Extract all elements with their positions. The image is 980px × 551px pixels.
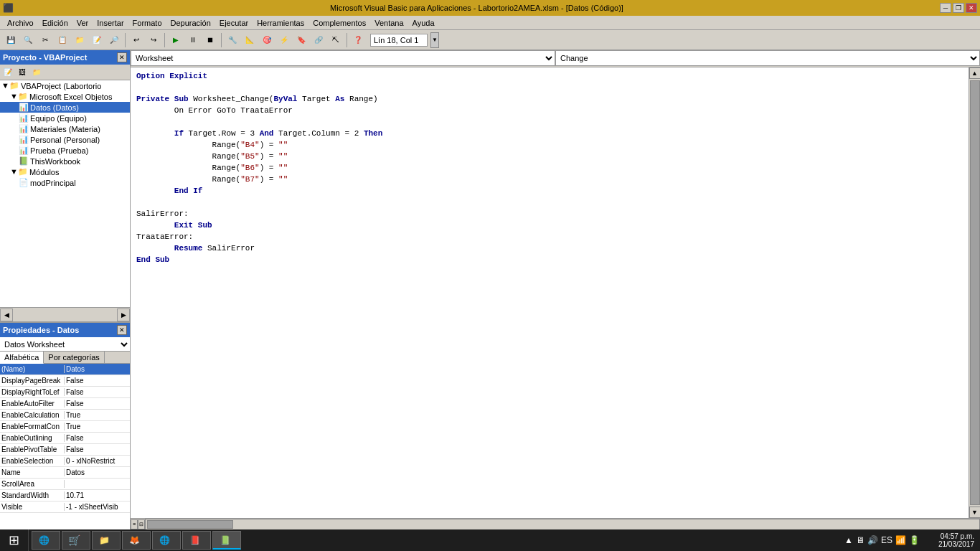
nav-forward[interactable]: ▶ <box>117 309 130 321</box>
menu-herramientas[interactable]: Herramientas <box>253 17 308 29</box>
minimize-button[interactable]: ─ <box>940 3 951 13</box>
tray-up-icon[interactable]: ▲ <box>844 535 853 545</box>
toolbar-stop[interactable]: ⏹ <box>202 32 218 48</box>
menu-ayuda[interactable]: Ayuda <box>408 17 439 29</box>
toolbar-btn9[interactable]: 📐 <box>242 32 258 48</box>
taskbar-excel[interactable]: 📗 <box>212 531 241 550</box>
props-row-12[interactable]: Visible-1 - xlSheetVisib <box>0 501 130 513</box>
tree-item-6[interactable]: 📊Prueba (Prueba) <box>0 145 130 156</box>
taskbar-explorer[interactable]: 📁 <box>92 531 121 550</box>
toolbar-scrollbar[interactable]: ▼ <box>430 32 439 48</box>
prop-name-12: Visible <box>0 503 65 511</box>
taskbar-firefox[interactable]: 🦊 <box>122 531 151 550</box>
proc-dropdown[interactable]: Change <box>555 50 980 66</box>
toolbar-sep1 <box>125 33 126 47</box>
taskbar-clock[interactable]: 04:57 p.m. 21/03/2017 <box>923 532 980 548</box>
tray-battery-icon[interactable]: 🔋 <box>909 535 920 545</box>
props-row-0[interactable]: (Name)Datos <box>0 364 130 375</box>
view-code-btn[interactable]: 📝 <box>1 66 14 79</box>
props-row-1[interactable]: DisplayPageBreakFalse <box>0 375 130 387</box>
scroll-up[interactable]: ▲ <box>969 67 981 79</box>
toolbar-save-btn[interactable]: 💾 <box>3 32 19 48</box>
tray-lang-icon[interactable]: ES <box>881 535 892 545</box>
properties-object-select[interactable]: Datos Worksheet <box>0 337 130 352</box>
toolbar-btn14[interactable]: ⛏ <box>328 32 344 48</box>
taskbar-acrobat[interactable]: 📕 <box>182 531 211 550</box>
restore-button[interactable]: ❐ <box>953 3 964 13</box>
toolbar-undo[interactable]: ↩ <box>128 32 144 48</box>
prop-value-6: False <box>65 434 130 442</box>
tree-item-2[interactable]: 📊Datos (Datos) <box>0 102 130 113</box>
tray-volume-icon[interactable]: 🔊 <box>867 535 878 545</box>
tree-item-7[interactable]: 📗ThisWorkbook <box>0 156 130 166</box>
taskbar-ie[interactable]: 🌐 <box>32 531 60 550</box>
tree-item-8[interactable]: ▼📁Módulos <box>0 166 130 177</box>
tree-item-1[interactable]: ▼📁Microsoft Excel Objetos <box>0 91 130 102</box>
toolbar-btn2[interactable]: 🔍 <box>20 32 36 48</box>
toolbar-btn8[interactable]: 🔧 <box>225 32 240 48</box>
menu-ver[interactable]: Ver <box>72 17 93 29</box>
toolbar-btn5[interactable]: 📁 <box>72 32 88 48</box>
props-row-8[interactable]: EnableSelection0 - xlNoRestrict <box>0 456 130 467</box>
close-button[interactable]: ✕ <box>966 3 977 13</box>
toolbar-btn10[interactable]: 🎯 <box>259 32 275 48</box>
props-row-2[interactable]: DisplayRightToLefFalse <box>0 387 130 398</box>
toolbar-redo[interactable]: ↪ <box>146 32 161 48</box>
menu-formato[interactable]: Formato <box>128 17 166 29</box>
menu-ventana[interactable]: Ventana <box>370 17 407 29</box>
panel-nav-buttons: ◀ ▶ <box>0 307 130 321</box>
view-obj-btn[interactable]: 🖼 <box>16 66 29 79</box>
toolbar-pause[interactable]: ⏸ <box>185 32 201 48</box>
toolbar-btn3[interactable]: ✂ <box>37 32 53 48</box>
object-dropdown[interactable]: Worksheet <box>131 50 555 66</box>
start-button[interactable]: ⊞ <box>0 529 29 551</box>
tree-item-0[interactable]: ▼📁VBAProject (Labortorio <box>0 80 130 91</box>
scroll-thumb[interactable] <box>970 80 980 505</box>
toolbar-run[interactable]: ▶ <box>168 32 184 48</box>
toggle-folders-btn[interactable]: 📁 <box>30 66 43 79</box>
toolbar-btn11[interactable]: ⚡ <box>276 32 292 48</box>
code-editor[interactable]: Option Explicit Private Sub Worksheet_Ch… <box>131 67 969 518</box>
tab-categorias[interactable]: Por categorías <box>44 352 105 363</box>
properties-close[interactable]: ✕ <box>117 325 127 335</box>
menu-insertar[interactable]: Insertar <box>93 17 128 29</box>
horizontal-scrollbar[interactable] <box>145 519 980 530</box>
menu-edicion[interactable]: Edición <box>38 17 72 29</box>
toolbar-btn13[interactable]: 🔗 <box>311 32 326 48</box>
taskbar-store[interactable]: 🛒 <box>62 531 90 550</box>
project-panel-close[interactable]: ✕ <box>117 52 127 62</box>
tray-signal-icon[interactable]: 📶 <box>895 535 906 545</box>
title-bar: ⬛ Microsoft Visual Basic para Aplicacion… <box>0 0 980 16</box>
toolbar-btn4[interactable]: 📋 <box>55 32 70 48</box>
prop-value-11: 10.71 <box>65 491 130 499</box>
nav-back[interactable]: ◀ <box>0 309 13 321</box>
props-row-9[interactable]: NameDatos <box>0 467 130 479</box>
properties-header: Propiedades - Datos ✕ <box>0 323 130 337</box>
tree-item-5[interactable]: 📊Personal (Personal) <box>0 134 130 145</box>
menu-archivo[interactable]: Archivo <box>3 17 38 29</box>
tree-item-9[interactable]: 📄modPrincipal <box>0 177 130 188</box>
tree-item-4[interactable]: 📊Materiales (Materia) <box>0 123 130 134</box>
props-row-7[interactable]: EnablePivotTableFalse <box>0 444 130 456</box>
props-row-11[interactable]: StandardWidth10.71 <box>0 490 130 501</box>
tree-item-3[interactable]: 📊Equipo (Equipo) <box>0 113 130 123</box>
menu-complementos[interactable]: Complementos <box>308 17 370 29</box>
toolbar-btn12[interactable]: 🔖 <box>293 32 309 48</box>
toolbar-help[interactable]: ❓ <box>350 32 366 48</box>
proc-view-btn[interactable]: ≡ <box>131 519 138 529</box>
toolbar-btn7[interactable]: 🔎 <box>106 32 122 48</box>
props-row-10[interactable]: ScrollArea <box>0 479 130 490</box>
props-row-6[interactable]: EnableOutliningFalse <box>0 433 130 444</box>
menu-ejecutar[interactable]: Ejecutar <box>215 17 253 29</box>
module-view-btn[interactable]: ⊟ <box>138 519 145 529</box>
tray-network-icon[interactable]: 🖥 <box>856 535 864 545</box>
props-row-3[interactable]: EnableAutoFilterFalse <box>0 398 130 410</box>
tab-alfabetica[interactable]: Alfabética <box>0 352 44 364</box>
vertical-scrollbar[interactable]: ▲ ▼ <box>969 67 980 518</box>
toolbar-btn6[interactable]: 📝 <box>89 32 105 48</box>
taskbar-chrome[interactable]: 🌐 <box>152 531 181 550</box>
scroll-down[interactable]: ▼ <box>969 507 981 518</box>
props-row-4[interactable]: EnableCalculationTrue <box>0 410 130 421</box>
props-row-5[interactable]: EnableFormatConTrue <box>0 421 130 433</box>
menu-depuracion[interactable]: Depuración <box>166 17 215 29</box>
